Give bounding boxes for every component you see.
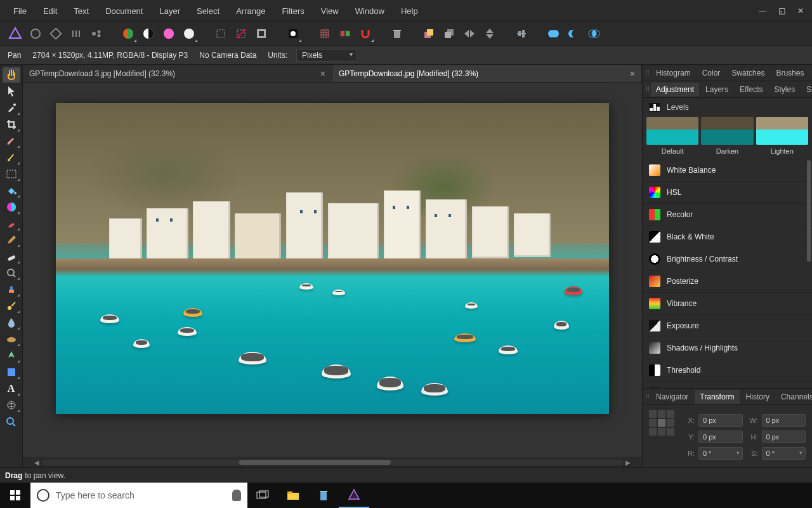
pencil-tool[interactable] [3, 232, 20, 248]
menu-edit[interactable]: Edit [35, 4, 65, 18]
adj-shadows-highlights[interactable]: Shadows / Highlights [643, 337, 812, 359]
document-tab-0[interactable]: GPTempDownload 3.jpg [Modified] (32.3%) … [23, 65, 332, 82]
healing-tool[interactable] [3, 150, 20, 165]
menu-help[interactable]: Help [393, 4, 426, 18]
mesh-tool[interactable] [3, 398, 20, 413]
units-dropdown[interactable]: Pixels [296, 49, 357, 62]
panel-grip-icon[interactable]: ⠿ [645, 86, 650, 93]
selection-deselect-icon[interactable] [232, 25, 250, 43]
preset-darken[interactable]: Darken [701, 117, 753, 155]
smudge-tool[interactable] [3, 315, 20, 330]
transform-y[interactable]: 0 px [698, 431, 743, 443]
tab-styles[interactable]: Styles [769, 83, 801, 97]
snapping-magnet-icon[interactable] [357, 25, 374, 43]
tab-effects[interactable]: Effects [735, 83, 768, 97]
close-tab-icon[interactable]: × [630, 69, 635, 79]
menu-view[interactable]: View [313, 4, 347, 18]
tab-swatches[interactable]: Swatches [726, 66, 769, 80]
window-minimize[interactable]: — [756, 6, 769, 16]
eraser-tool[interactable] [3, 249, 20, 264]
dodge-burn-tool[interactable] [3, 298, 20, 314]
adj-brightness-contrast[interactable]: Brightness / Contrast [643, 248, 812, 270]
scroll-left-icon[interactable]: ◀ [32, 459, 42, 466]
delete-icon[interactable] [388, 25, 406, 43]
affinity-app-icon[interactable] [339, 483, 369, 508]
selection-marquee-icon[interactable] [212, 25, 230, 43]
panel-grip-icon[interactable]: ⠿ [645, 393, 650, 400]
menu-text[interactable]: Text [65, 4, 97, 18]
adj-white-balance[interactable]: White Balance [643, 159, 812, 181]
adj-vibrance[interactable]: Vibrance [643, 292, 812, 314]
tab-layers[interactable]: Layers [700, 83, 733, 97]
tab-history[interactable]: History [741, 390, 775, 404]
move-tool[interactable] [3, 84, 20, 99]
arrange-front-icon[interactable] [420, 25, 438, 43]
clone-tool[interactable] [3, 282, 20, 297]
taskbar-search[interactable]: Type here to search [30, 483, 247, 508]
boolean-intersect-icon[interactable] [585, 25, 603, 43]
paintbrush-tool[interactable] [3, 133, 20, 149]
zoom-blur-tool[interactable] [3, 265, 20, 281]
menu-filters[interactable]: Filters [273, 4, 312, 18]
shape-tool[interactable] [3, 364, 20, 380]
transform-anchor[interactable] [649, 410, 674, 436]
scroll-thumb[interactable] [239, 460, 390, 465]
zoom-tool[interactable] [3, 414, 20, 429]
mic-icon[interactable] [232, 490, 241, 501]
quick-mask-icon[interactable] [284, 25, 302, 43]
soft-proof-icon[interactable] [180, 25, 198, 43]
menu-file[interactable]: File [5, 4, 35, 18]
window-restore[interactable]: ◱ [775, 6, 788, 16]
color-picker-tool[interactable] [3, 100, 20, 116]
panel-grip-icon[interactable]: ⠿ [645, 69, 650, 76]
persona-tone-icon[interactable] [67, 25, 85, 43]
preset-default[interactable]: Default [646, 117, 698, 155]
adj-posterize[interactable]: Posterize [643, 270, 812, 292]
file-explorer-icon[interactable] [278, 483, 308, 508]
close-tab-icon[interactable]: × [320, 69, 325, 79]
recycle-bin-icon[interactable] [308, 483, 339, 508]
color-picker-icon[interactable] [119, 25, 137, 43]
tab-stock[interactable]: Stock [801, 83, 812, 97]
start-button[interactable] [0, 483, 30, 508]
menu-select[interactable]: Select [188, 4, 228, 18]
marquee-tool[interactable] [3, 166, 20, 182]
bw-contrast-icon[interactable] [140, 25, 157, 43]
canvas-viewport[interactable] [23, 83, 642, 457]
scroll-right-icon[interactable]: ▶ [623, 459, 633, 466]
adj-hsl[interactable]: HSL [643, 181, 812, 203]
horizontal-scrollbar[interactable]: ◀ ▶ [23, 457, 642, 467]
window-close[interactable]: ✕ [794, 6, 807, 16]
sponge-tool[interactable] [3, 331, 20, 347]
tab-brushes[interactable]: Brushes [771, 66, 809, 80]
grid-toggle-icon[interactable] [316, 25, 334, 43]
tab-color[interactable]: Color [697, 66, 726, 80]
persona-liquify-icon[interactable] [27, 25, 44, 43]
tab-histogram[interactable]: Histogram [651, 66, 696, 80]
vector-pen-tool[interactable] [3, 348, 20, 363]
flood-fill-tool[interactable] [3, 183, 20, 198]
tab-channels[interactable]: Channels [776, 390, 812, 404]
transform-r[interactable]: 0 ° [698, 447, 743, 460]
selection-invert-icon[interactable] [252, 25, 270, 43]
menu-layer[interactable]: Layer [151, 4, 188, 18]
flip-v-icon[interactable] [481, 25, 499, 43]
panel-scrollbar[interactable] [807, 160, 811, 262]
color-wheel-icon[interactable] [160, 25, 178, 43]
tab-transform[interactable]: Transform [695, 390, 739, 404]
adj-exposure[interactable]: Exposure [643, 314, 812, 337]
menu-document[interactable]: Document [97, 4, 151, 18]
adj-threshold[interactable]: Threshold [643, 359, 812, 381]
persona-develop-icon[interactable] [47, 25, 65, 43]
flip-h-icon[interactable] [461, 25, 478, 43]
adj-black-white[interactable]: Black & White [643, 225, 812, 248]
adj-curves[interactable]: Curves [643, 381, 812, 388]
adj-recolor[interactable]: Recolor [643, 203, 812, 225]
transform-w[interactable]: 0 px [762, 414, 806, 427]
persona-export-icon[interactable] [88, 25, 105, 43]
adjustment-list[interactable]: White Balance HSL Recolor Black & White … [643, 159, 812, 388]
preset-lighten[interactable]: Lighten [756, 117, 808, 155]
crop-tool[interactable] [3, 117, 20, 132]
text-tool[interactable]: A [3, 381, 20, 396]
app-logo-icon[interactable] [6, 25, 24, 43]
